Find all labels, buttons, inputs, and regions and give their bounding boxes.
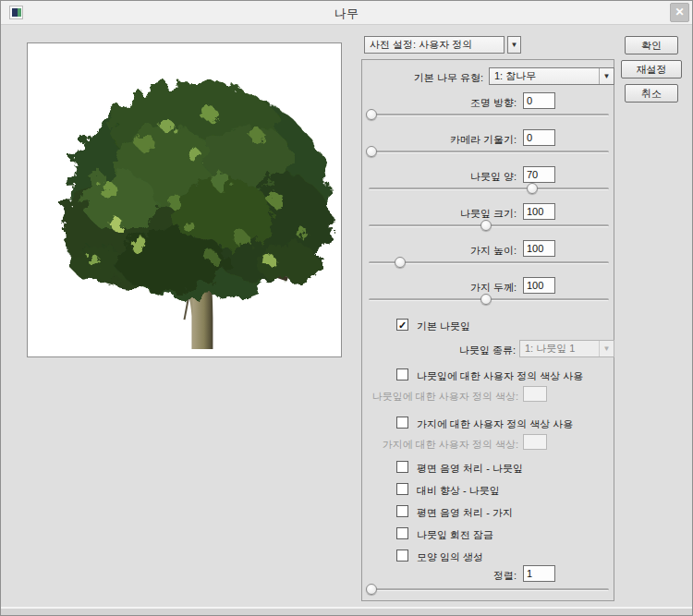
branch-custom-color-label: 가지에 대한 사용자 정의 색상: bbox=[371, 438, 518, 452]
leaf-custom-color-label: 나뭇잎에 대한 사용자 정의 색상: bbox=[371, 390, 518, 404]
light-direction-slider-thumb[interactable] bbox=[366, 109, 377, 120]
randomize-shapes-checkbox[interactable] bbox=[396, 550, 408, 562]
window-bottom-edge bbox=[1, 607, 692, 615]
leaves-amount-input[interactable] bbox=[523, 166, 555, 183]
close-icon[interactable]: ✕ bbox=[670, 3, 689, 22]
branches-thickness-input[interactable] bbox=[523, 277, 555, 294]
light-direction-input[interactable] bbox=[523, 92, 555, 109]
default-leaves-checkbox[interactable]: ✓ bbox=[396, 319, 408, 331]
light-direction-slider[interactable] bbox=[369, 114, 609, 116]
tree-filter-dialog: 나무 ✕ bbox=[0, 0, 693, 616]
arrangement-slider[interactable] bbox=[369, 588, 609, 591]
branches-height-label: 가지 높이: bbox=[369, 244, 517, 258]
enhance-contrast-leaves-label: 대비 향상 - 나뭇잎 bbox=[417, 484, 500, 498]
camera-tilt-slider-thumb[interactable] bbox=[366, 146, 377, 157]
preset-dropdown-arrow-icon[interactable]: ▼ bbox=[507, 36, 521, 54]
cancel-button[interactable]: 취소 bbox=[625, 84, 678, 103]
window-title: 나무 bbox=[1, 6, 692, 22]
branches-thickness-label: 가지 두께: bbox=[369, 281, 517, 295]
default-leaves-label: 기본 나뭇잎 bbox=[417, 320, 470, 333]
leaves-type-value: 1: 나뭇잎 1 bbox=[520, 342, 599, 356]
branches-height-input[interactable] bbox=[523, 240, 555, 257]
tree-preview-canvas[interactable] bbox=[27, 42, 342, 357]
camera-tilt-slider[interactable] bbox=[369, 151, 609, 153]
tree-type-dropdown[interactable]: 1: 참나무 ▼ bbox=[489, 67, 614, 85]
randomize-shapes-label: 모양 임의 생성 bbox=[417, 550, 483, 564]
branches-height-slider[interactable] bbox=[369, 261, 609, 264]
branches-thickness-slider[interactable] bbox=[369, 298, 609, 301]
enhance-contrast-leaves-checkbox[interactable] bbox=[396, 483, 408, 495]
flat-shading-leaves-label: 평면 음영 처리 - 나뭇잎 bbox=[417, 462, 523, 476]
leaves-size-input[interactable] bbox=[523, 203, 555, 220]
arrangement-label: 정렬: bbox=[369, 569, 517, 583]
ok-button[interactable]: 확인 bbox=[625, 36, 678, 54]
lock-leaf-rotation-checkbox[interactable] bbox=[396, 527, 408, 539]
leaves-type-arrow-icon: ▼ bbox=[599, 341, 614, 356]
tree-type-label: 기본 나무 유형: bbox=[369, 71, 483, 85]
branch-custom-color-checkbox[interactable] bbox=[396, 417, 408, 429]
leaves-type-label: 나뭇잎 종류: bbox=[389, 344, 516, 357]
camera-tilt-label: 카메라 기울기: bbox=[369, 133, 517, 147]
leaf-color-swatch[interactable] bbox=[523, 386, 547, 402]
leaf-custom-color-checkbox[interactable] bbox=[396, 368, 408, 380]
tree-type-value: 1: 참나무 bbox=[490, 69, 599, 83]
light-direction-label: 조명 방향: bbox=[369, 96, 517, 110]
flat-shading-leaves-checkbox[interactable] bbox=[396, 461, 408, 473]
titlebar: 나무 ✕ bbox=[1, 1, 692, 25]
leaves-amount-label: 나뭇잎 양: bbox=[369, 170, 517, 184]
preset-dropdown[interactable]: 사전 설정: 사용자 정의 bbox=[364, 36, 505, 54]
camera-tilt-input[interactable] bbox=[523, 129, 555, 146]
lock-leaf-rotation-label: 나뭇잎 회전 잠금 bbox=[417, 528, 493, 542]
branches-height-slider-thumb[interactable] bbox=[395, 257, 406, 268]
reset-button[interactable]: 재설정 bbox=[621, 60, 682, 79]
leaves-amount-slider-thumb[interactable] bbox=[527, 183, 538, 194]
preset-value: 사전 설정: 사용자 정의 bbox=[365, 38, 504, 52]
arrangement-input[interactable] bbox=[523, 565, 555, 582]
flat-shading-branches-label: 평면 음영 처리 - 가지 bbox=[417, 506, 513, 520]
branch-color-swatch[interactable] bbox=[523, 434, 547, 450]
tree-type-arrow-icon: ▼ bbox=[599, 68, 614, 84]
branch-custom-color-use-label: 가지에 대한 사용자 정의 색상 사용 bbox=[417, 417, 573, 431]
arrangement-slider-thumb[interactable] bbox=[366, 584, 377, 595]
leaves-type-dropdown[interactable]: 1: 나뭇잎 1 ▼ bbox=[519, 340, 614, 357]
leaves-size-label: 나뭇잎 크기: bbox=[369, 207, 517, 221]
leaves-size-slider[interactable] bbox=[369, 224, 609, 227]
leaves-amount-slider[interactable] bbox=[369, 187, 609, 190]
flat-shading-branches-checkbox[interactable] bbox=[396, 505, 408, 517]
leaf-custom-color-use-label: 나뭇잎에 대한 사용자 정의 색상 사용 bbox=[417, 369, 583, 383]
tree-render-image bbox=[28, 43, 341, 356]
